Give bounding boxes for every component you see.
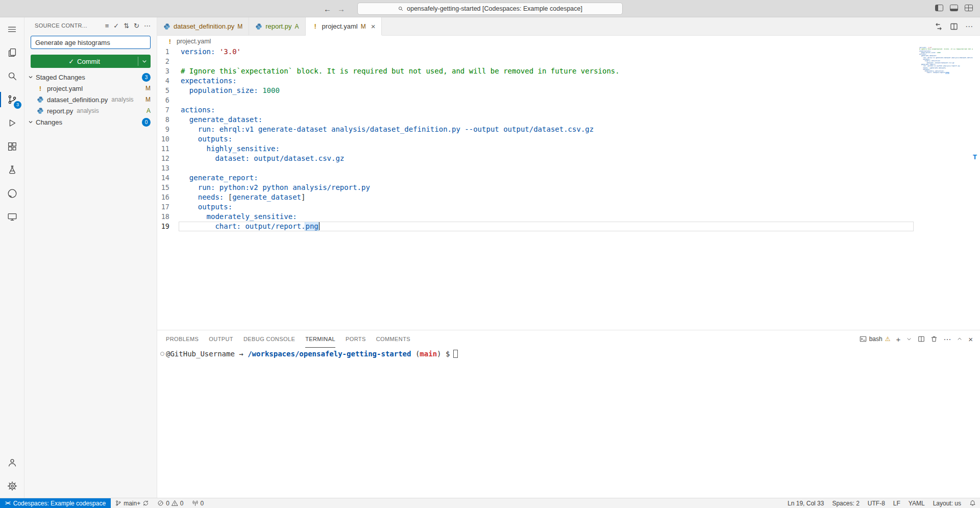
keyboard-layout[interactable]: Layout: us (929, 498, 965, 508)
breadcrumb-item[interactable]: project.yaml (177, 38, 211, 45)
menu-button[interactable] (0, 17, 24, 41)
refresh-icon[interactable]: ↻ (134, 22, 139, 30)
activity-accounts[interactable] (0, 451, 24, 474)
split-terminal-icon[interactable] (918, 335, 925, 343)
code-line[interactable]: 3# Ignore this`expectation` block. It is… (157, 66, 914, 76)
tab-project-yaml[interactable]: ! project.yaml M × (306, 17, 382, 35)
code-token: moderately_sensitive: (207, 212, 297, 221)
problems-status[interactable]: 0 0 (153, 498, 187, 508)
open-changes-icon[interactable] (935, 22, 943, 31)
panel-tab-terminal[interactable]: TERMINAL (305, 330, 335, 348)
code-token: actions: (181, 106, 215, 114)
file-row-project-yaml[interactable]: ! project.yaml M (24, 83, 157, 94)
code-line[interactable]: 14 generate_report: (157, 173, 914, 183)
cursor-position[interactable]: Ln 19, Col 33 (783, 498, 828, 508)
forward-icon[interactable]: → (337, 5, 345, 13)
overview-ruler-marker: T (973, 153, 977, 161)
view-as-list-icon[interactable]: ≡ (105, 22, 109, 30)
code-line[interactable]: 8 generate_dataset: (157, 115, 914, 125)
remote-indicator[interactable]: >< Codespaces: Example codespace (0, 498, 111, 508)
more-actions-icon[interactable]: ⋯ (144, 22, 151, 30)
activity-explorer[interactable] (0, 41, 24, 64)
editor[interactable]: 1version: '3.0'23# Ignore this`expectati… (157, 47, 980, 330)
code-token: dataset: (215, 154, 249, 162)
line-text: actions: (181, 105, 914, 115)
toggle-panel-icon[interactable] (950, 5, 958, 13)
toggle-sidebar-icon[interactable] (935, 5, 943, 13)
notifications-bell[interactable] (965, 498, 980, 508)
panel-tab-problems[interactable]: PROBLEMS (166, 330, 199, 348)
indentation-status[interactable]: Spaces: 2 (828, 498, 863, 508)
ports-status[interactable]: 0 (188, 498, 208, 508)
commit-button[interactable]: ✓ Commit (31, 55, 151, 68)
close-panel-icon[interactable]: × (968, 335, 973, 343)
activity-settings[interactable] (0, 474, 24, 498)
activity-source-control[interactable]: 3 (0, 88, 24, 111)
code-line[interactable]: 13 (157, 163, 914, 173)
maximize-panel-icon[interactable] (957, 336, 963, 342)
tab-report[interactable]: report.py A (249, 17, 305, 35)
code-line[interactable]: 4expectations: (157, 76, 914, 86)
code-line[interactable]: 2 (157, 57, 914, 66)
code-token: output/dataset.csv.gz (250, 154, 344, 162)
code-line[interactable]: 16 needs: [generate_dataset] (157, 192, 914, 202)
terminal[interactable]: @GitHub_Username → /workspaces/opensafel… (157, 348, 980, 498)
back-icon[interactable]: ← (324, 5, 331, 13)
code-line[interactable]: 12 dataset: output/dataset.csv.gz (157, 154, 914, 163)
code-line[interactable]: 7actions: (157, 105, 914, 115)
line-number: 14 (157, 173, 181, 183)
code-line[interactable]: 5 population_size: 1000 (157, 86, 914, 95)
tab-dataset-definition[interactable]: dataset_definition.py M (157, 17, 249, 35)
panel-tab-debug-console[interactable]: DEBUG CONSOLE (243, 330, 295, 348)
sidebar-actions: ≡ ✓ ⇅ ↻ ⋯ (105, 22, 151, 30)
file-row-report[interactable]: report.py analysis A (24, 105, 157, 116)
editor-more-icon[interactable]: ⋯ (965, 22, 973, 31)
breadcrumb[interactable]: ! project.yaml (157, 36, 980, 47)
kill-terminal-icon[interactable] (930, 335, 938, 343)
line-number: 3 (157, 66, 181, 76)
activity-search[interactable] (0, 64, 24, 88)
customize-layout-icon[interactable] (965, 5, 973, 13)
code-line[interactable]: 18 moderately_sensitive: (157, 212, 914, 222)
code-line[interactable]: 15 run: python:v2 python analysis/report… (157, 183, 914, 192)
line-number: 8 (157, 115, 181, 125)
terminal-shell-selector[interactable]: bash ⚠ (860, 335, 891, 343)
activity-testing[interactable] (0, 158, 24, 182)
code-line[interactable]: 6 (157, 95, 914, 105)
code-line[interactable]: 11 highly_sensitive: (157, 144, 914, 154)
branch-status[interactable]: main+ (111, 498, 153, 508)
new-terminal-icon[interactable]: + (896, 335, 900, 343)
line-number: 10 (157, 134, 181, 144)
language-mode[interactable]: YAML (904, 498, 929, 508)
panel-more-icon[interactable]: ⋯ (943, 335, 951, 343)
activity-github[interactable] (0, 182, 24, 205)
sync-action-icon[interactable]: ⇅ (124, 22, 129, 30)
encoding-status[interactable]: UTF-8 (864, 498, 889, 508)
git-status-letter: M (145, 85, 151, 92)
staged-changes-header[interactable]: Staged Changes 3 (24, 71, 157, 83)
activity-remote-explorer[interactable] (0, 205, 24, 229)
split-editor-icon[interactable] (950, 22, 958, 31)
code-line[interactable]: 10 outputs: (157, 134, 914, 144)
panel-tab-comments[interactable]: COMMENTS (376, 330, 410, 348)
code-line[interactable]: 1version: '3.0' (157, 47, 914, 57)
command-center[interactable]: opensafely-getting-started [Codespaces: … (357, 3, 623, 15)
commit-action-icon[interactable]: ✓ (113, 22, 119, 30)
eol-status[interactable]: LF (889, 498, 904, 508)
changes-header[interactable]: Changes 0 (24, 116, 157, 128)
panel-tab-ports[interactable]: PORTS (346, 330, 366, 348)
commit-message-input[interactable] (31, 36, 151, 49)
code-line[interactable]: 17 outputs: (157, 202, 914, 212)
commit-dropdown[interactable] (138, 55, 151, 68)
code-token: 1000 (262, 86, 280, 94)
minimap[interactable]: version: '3.0'# Ignore this`expectation`… (919, 47, 973, 74)
file-row-dataset-definition[interactable]: dataset_definition.py analysis M (24, 94, 157, 105)
activity-run-debug[interactable] (0, 111, 24, 135)
close-tab-icon[interactable]: × (371, 22, 376, 30)
terminal-dropdown-icon[interactable] (906, 336, 912, 342)
bottom-panel: PROBLEMS OUTPUT DEBUG CONSOLE TERMINAL P… (157, 330, 980, 498)
panel-tab-output[interactable]: OUTPUT (209, 330, 233, 348)
code-line[interactable]: 9 run: ehrql:v1 generate-dataset analysi… (157, 125, 914, 134)
activity-extensions[interactable] (0, 135, 24, 158)
code-line[interactable]: 19 chart: output/report.png (157, 222, 914, 231)
